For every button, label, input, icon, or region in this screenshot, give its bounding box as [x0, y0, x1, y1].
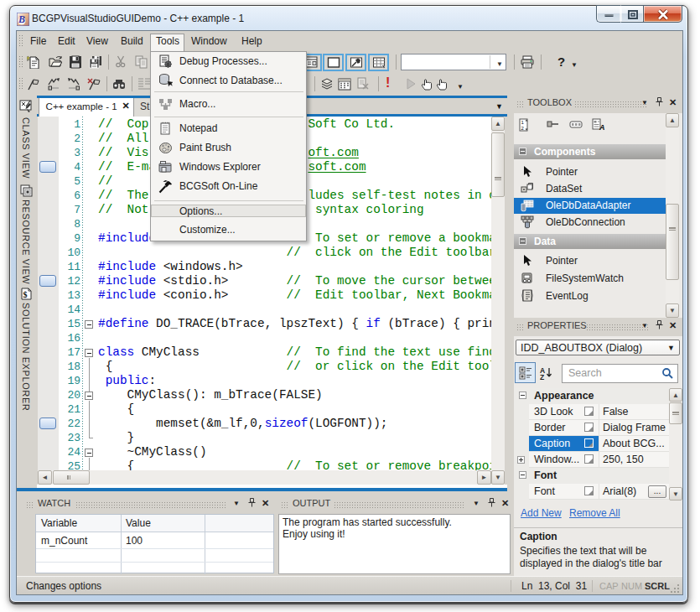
- svg-text:Z: Z: [540, 373, 544, 381]
- svg-text:A: A: [599, 123, 605, 132]
- svg-text:B: B: [18, 13, 25, 25]
- svg-text:$: $: [23, 290, 28, 299]
